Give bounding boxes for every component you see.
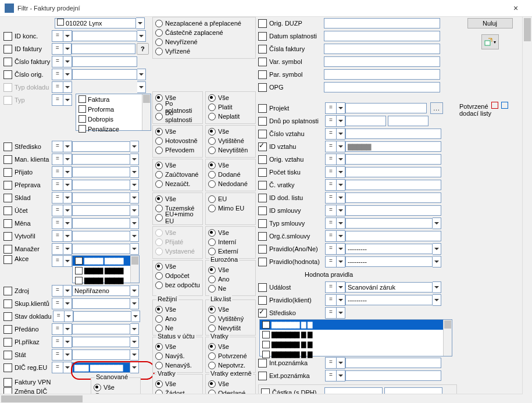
- checkbox[interactable]: [258, 58, 267, 66]
- operator-dropdown[interactable]: [337, 154, 345, 165]
- checkbox[interactable]: [3, 255, 12, 264]
- checkbox[interactable]: [3, 312, 12, 321]
- chevron-down-icon[interactable]: [136, 17, 145, 29]
- text-input[interactable]: [345, 103, 427, 113]
- checkbox[interactable]: [3, 232, 12, 241]
- operator-dropdown[interactable]: [337, 179, 345, 191]
- operator-dropdown[interactable]: [63, 43, 72, 55]
- checkbox[interactable]: [258, 232, 267, 241]
- operator-dropdown[interactable]: [337, 205, 345, 216]
- checkbox[interactable]: [258, 219, 267, 228]
- checkbox[interactable]: [258, 83, 267, 92]
- operator-dropdown[interactable]: [63, 298, 72, 309]
- chevron-down-icon[interactable]: [130, 154, 139, 165]
- help-button[interactable]: ?: [137, 43, 149, 55]
- text-input[interactable]: [72, 180, 130, 190]
- radio-option[interactable]: Hotovostně: [155, 136, 200, 145]
- checkbox[interactable]: [258, 359, 267, 368]
- chevron-down-icon[interactable]: [130, 230, 139, 242]
- chevron-down-icon[interactable]: [137, 81, 146, 93]
- operator-dropdown[interactable]: [337, 281, 345, 293]
- operator-button[interactable]: =: [52, 141, 63, 152]
- operator-button[interactable]: =: [52, 349, 63, 361]
- chevron-down-icon[interactable]: [137, 69, 146, 80]
- operator-button[interactable]: =: [325, 230, 337, 242]
- operator-dropdown[interactable]: [337, 256, 345, 268]
- radio-option[interactable]: Vše: [208, 265, 253, 274]
- radio-option[interactable]: Vše: [208, 161, 253, 170]
- chevron-down-icon[interactable]: [130, 362, 139, 373]
- operator-dropdown[interactable]: [63, 323, 72, 335]
- text-input[interactable]: [345, 192, 441, 203]
- operator-button[interactable]: =: [52, 192, 63, 204]
- operator-dropdown[interactable]: [337, 102, 345, 114]
- checkbox[interactable]: [3, 299, 12, 308]
- radio-option[interactable]: Zaúčtované: [155, 170, 200, 179]
- radio-option[interactable]: Neplatit: [208, 112, 253, 121]
- text-input[interactable]: [73, 311, 131, 322]
- radio-option[interactable]: Vše: [155, 161, 200, 170]
- radio-option[interactable]: EU+mimo EU: [155, 213, 200, 222]
- checkbox[interactable]: [3, 181, 12, 190]
- operator-dropdown[interactable]: [337, 192, 345, 204]
- operator-button[interactable]: =: [52, 81, 63, 93]
- text-input[interactable]: [324, 69, 440, 80]
- operator-button[interactable]: =: [325, 141, 337, 152]
- chevron-down-icon[interactable]: [130, 217, 139, 229]
- text-input[interactable]: ---------: [345, 295, 433, 305]
- text-input[interactable]: [345, 218, 433, 229]
- text-input[interactable]: Nepřiřazeno: [72, 286, 130, 296]
- operator-button[interactable]: =: [325, 217, 337, 229]
- chevron-down-icon[interactable]: [130, 298, 139, 309]
- operator-dropdown[interactable]: [337, 307, 345, 319]
- operator-dropdown[interactable]: [63, 362, 72, 373]
- radio-option[interactable]: Nedodané: [208, 179, 253, 188]
- text-input[interactable]: [72, 31, 137, 41]
- operator-dropdown[interactable]: [63, 243, 72, 255]
- checkbox[interactable]: [3, 351, 12, 359]
- operator-dropdown[interactable]: [337, 370, 345, 381]
- text-input[interactable]: [324, 44, 440, 54]
- operator-dropdown[interactable]: [63, 94, 72, 106]
- checkbox[interactable]: [258, 181, 267, 190]
- nuluj-button[interactable]: Nuluj: [467, 18, 513, 28]
- text-input[interactable]: [345, 205, 441, 216]
- chevron-down-icon[interactable]: [130, 336, 139, 348]
- operator-button[interactable]: =: [53, 311, 65, 322]
- radio-option[interactable]: Vše: [208, 379, 253, 388]
- radio-option[interactable]: Vše: [155, 194, 200, 204]
- operator-dropdown[interactable]: [337, 217, 345, 229]
- operator-button[interactable]: =: [52, 298, 63, 309]
- radio-option[interactable]: Vše: [155, 305, 200, 314]
- operator-button[interactable]: =: [52, 56, 63, 67]
- operator-dropdown[interactable]: [63, 141, 72, 152]
- combo-dropdown[interactable]: [130, 285, 139, 297]
- operator-button[interactable]: =: [52, 255, 63, 267]
- operator-button[interactable]: =: [52, 205, 63, 216]
- radio-option[interactable]: Vše: [208, 93, 253, 102]
- close-icon[interactable]: ×: [504, 3, 527, 13]
- radio-option[interactable]: Do splatnosti: [155, 112, 200, 121]
- radio-option[interactable]: Vše: [208, 127, 253, 136]
- operator-button[interactable]: =: [52, 285, 63, 297]
- text-input[interactable]: [324, 56, 440, 67]
- operator-dropdown[interactable]: [63, 230, 72, 242]
- text-input[interactable]: [72, 69, 137, 80]
- checkbox[interactable]: [3, 155, 12, 164]
- operator-button[interactable]: =: [52, 166, 63, 178]
- operator-button[interactable]: =: [325, 115, 337, 127]
- checkbox[interactable]: [258, 168, 267, 177]
- checkbox[interactable]: [3, 245, 12, 254]
- export-button[interactable]: ▾: [481, 34, 499, 49]
- checkbox[interactable]: [258, 258, 267, 266]
- operator-dropdown[interactable]: [63, 179, 72, 191]
- radio-option[interactable]: Navýš.: [155, 351, 200, 361]
- checkbox[interactable]: [3, 287, 12, 295]
- text-input[interactable]: [72, 231, 130, 241]
- chevron-down-icon[interactable]: [130, 349, 139, 361]
- chevron-down-icon[interactable]: [130, 205, 139, 216]
- operator-button[interactable]: =: [325, 281, 337, 293]
- operator-dropdown[interactable]: [63, 30, 72, 42]
- operator-button[interactable]: =: [325, 294, 337, 306]
- radio-option[interactable]: Vše: [155, 262, 200, 271]
